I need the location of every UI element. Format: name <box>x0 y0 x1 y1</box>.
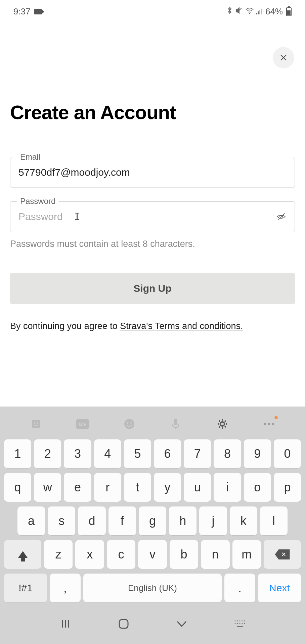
email-field-wrapper: Email <box>10 157 295 188</box>
keyboard-settings-button[interactable] <box>216 417 229 431</box>
key-r[interactable]: r <box>94 473 121 502</box>
keyboard-toolbar: GIF <box>3 413 302 439</box>
key-space[interactable]: English (UK) <box>83 574 222 602</box>
terms-text: By continuing you agree to Strava's Term… <box>10 321 295 331</box>
svg-point-27 <box>242 621 243 622</box>
email-input[interactable] <box>10 157 295 188</box>
key-next[interactable]: Next <box>258 574 301 602</box>
gif-button[interactable]: GIF <box>76 417 89 431</box>
svg-rect-7 <box>32 420 40 428</box>
sticker-button[interactable] <box>29 417 43 431</box>
key-o[interactable]: o <box>244 473 271 502</box>
svg-line-6 <box>278 213 285 220</box>
svg-rect-34 <box>237 626 243 627</box>
close-icon <box>279 53 288 62</box>
svg-point-25 <box>237 621 238 622</box>
key-u[interactable]: u <box>184 473 211 502</box>
voice-input-button[interactable] <box>169 417 182 431</box>
svg-point-33 <box>244 623 245 624</box>
key-h[interactable]: h <box>169 506 197 535</box>
svg-point-24 <box>234 621 235 622</box>
close-button[interactable] <box>273 47 294 68</box>
svg-point-16 <box>220 422 224 426</box>
key-comma[interactable]: , <box>50 574 81 602</box>
key-v[interactable]: v <box>138 540 167 569</box>
mute-icon <box>235 6 243 17</box>
video-recording-icon <box>34 9 42 14</box>
svg-point-26 <box>239 621 240 622</box>
svg-rect-15 <box>174 419 177 425</box>
key-4[interactable]: 4 <box>94 439 121 468</box>
key-w[interactable]: w <box>34 473 61 502</box>
svg-text:GIF: GIF <box>79 422 87 427</box>
key-6[interactable]: 6 <box>154 439 181 468</box>
key-p[interactable]: p <box>274 473 301 502</box>
key-7[interactable]: 7 <box>184 439 211 468</box>
svg-point-32 <box>242 623 243 624</box>
key-symbols[interactable]: !#1 <box>4 574 47 602</box>
key-z[interactable]: z <box>44 540 73 569</box>
key-j[interactable]: j <box>199 506 227 535</box>
password-helper-text: Passwords must contain at least 8 charac… <box>10 239 295 249</box>
key-2[interactable]: 2 <box>34 439 61 468</box>
svg-point-13 <box>127 422 128 424</box>
battery-percentage: 64% <box>265 6 283 17</box>
svg-point-29 <box>234 623 235 624</box>
nav-recents-button[interactable] <box>59 617 72 631</box>
key-x[interactable]: x <box>75 540 104 569</box>
key-t[interactable]: t <box>124 473 151 502</box>
keyboard-more-button[interactable] <box>262 417 276 431</box>
keyboard-row-numbers: 1 2 3 4 5 6 7 8 9 0 <box>3 439 302 468</box>
svg-point-19 <box>272 423 274 425</box>
backspace-icon: ✕ <box>275 549 290 559</box>
key-a[interactable]: a <box>17 506 45 535</box>
key-n[interactable]: n <box>201 540 229 569</box>
key-b[interactable]: b <box>170 540 198 569</box>
key-i[interactable]: i <box>214 473 241 502</box>
svg-rect-23 <box>119 620 128 628</box>
wifi-icon <box>245 6 254 17</box>
keyboard-row-3: z x c v b n m ✕ <box>3 540 302 569</box>
svg-point-14 <box>130 422 132 424</box>
keyboard-row-bottom: !#1 , English (UK) . Next <box>3 574 302 602</box>
key-m[interactable]: m <box>232 540 261 569</box>
toggle-password-visibility-button[interactable] <box>275 211 287 222</box>
status-time: 9:37 <box>13 6 31 17</box>
emoji-button[interactable] <box>123 417 136 431</box>
key-s[interactable]: s <box>48 506 75 535</box>
nav-keyboard-switch-button[interactable] <box>233 617 247 631</box>
key-l[interactable]: l <box>260 506 288 535</box>
keyboard-row-2: a s d f g h j k l <box>3 506 302 535</box>
bluetooth-icon <box>226 6 233 17</box>
key-y[interactable]: y <box>154 473 181 502</box>
key-5[interactable]: 5 <box>124 439 151 468</box>
nav-back-button[interactable] <box>175 617 188 631</box>
key-shift[interactable] <box>4 540 41 569</box>
eye-off-icon <box>276 211 287 222</box>
svg-point-28 <box>244 621 245 622</box>
key-1[interactable]: 1 <box>4 439 31 468</box>
key-backspace[interactable]: ✕ <box>264 540 301 569</box>
svg-rect-2 <box>258 11 259 14</box>
svg-point-8 <box>34 422 35 424</box>
password-field-wrapper: Password I <box>10 201 295 232</box>
key-q[interactable]: q <box>4 473 31 502</box>
signal-icon <box>256 6 263 17</box>
sign-up-button[interactable]: Sign Up <box>10 273 295 304</box>
svg-rect-3 <box>259 10 260 14</box>
key-0[interactable]: 0 <box>274 439 301 468</box>
key-3[interactable]: 3 <box>64 439 91 468</box>
key-period[interactable]: . <box>224 574 255 602</box>
key-8[interactable]: 8 <box>214 439 241 468</box>
key-c[interactable]: c <box>107 540 135 569</box>
key-k[interactable]: k <box>230 506 257 535</box>
key-g[interactable]: g <box>139 506 166 535</box>
key-9[interactable]: 9 <box>244 439 271 468</box>
key-f[interactable]: f <box>108 506 136 535</box>
nav-home-button[interactable] <box>117 617 130 631</box>
key-e[interactable]: e <box>64 473 91 502</box>
key-d[interactable]: d <box>78 506 105 535</box>
terms-link[interactable]: Strava's Terms and conditions. <box>120 321 243 331</box>
svg-rect-1 <box>256 13 257 14</box>
shift-icon <box>18 551 28 558</box>
